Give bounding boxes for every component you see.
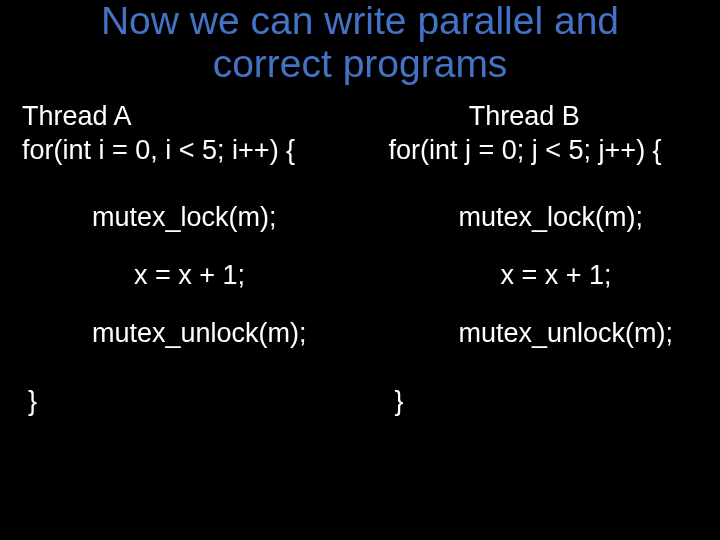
thread-b-for: for(int j = 0; j < 5; j++) { [389, 134, 721, 168]
thread-a-column: Thread A for(int i = 0, i < 5; i++) { mu… [0, 100, 354, 419]
slide-title: Now we can write parallel and correct pr… [0, 0, 720, 100]
thread-b-incr: x = x + 1; [389, 259, 721, 293]
thread-b-column: Thread B for(int j = 0; j < 5; j++) { mu… [354, 100, 721, 419]
thread-b-lock: mutex_lock(m); [389, 201, 721, 235]
slide: { "title": "Now we can write parallel an… [0, 0, 720, 540]
thread-a-unlock: mutex_unlock(m); [22, 317, 354, 351]
thread-b-heading: Thread B [389, 100, 721, 134]
thread-a-for: for(int i = 0, i < 5; i++) { [22, 134, 354, 168]
thread-b-close: } [389, 385, 721, 419]
thread-a-lock: mutex_lock(m); [22, 201, 354, 235]
thread-a-heading: Thread A [22, 100, 354, 134]
code-columns: Thread A for(int i = 0, i < 5; i++) { mu… [0, 100, 720, 419]
thread-a-close: } [22, 385, 354, 419]
thread-b-unlock: mutex_unlock(m); [389, 317, 721, 351]
thread-a-incr: x = x + 1; [22, 259, 354, 293]
